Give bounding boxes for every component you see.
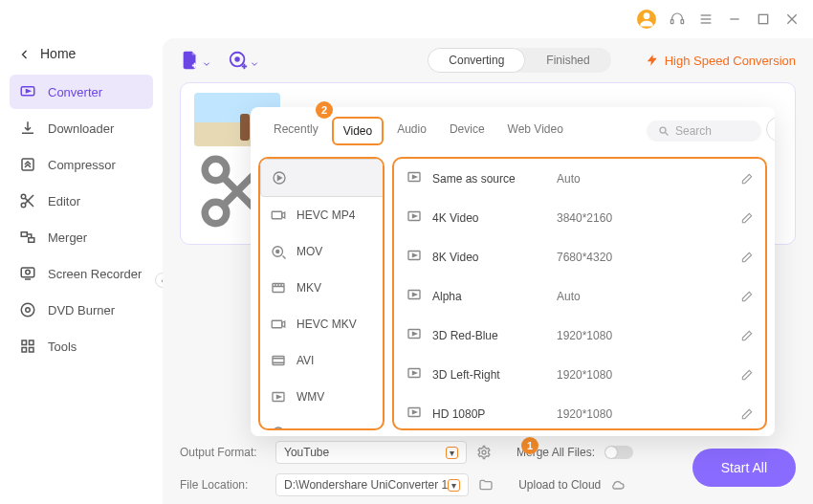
svg-line-40 <box>666 133 669 136</box>
minimize-icon[interactable] <box>727 11 742 27</box>
sidebar-item-compressor[interactable]: Compressor <box>10 147 153 182</box>
preset-icon <box>406 325 423 345</box>
convert-button[interactable]: nvert <box>766 117 775 142</box>
format-icon <box>270 207 287 224</box>
svg-point-38 <box>482 450 486 454</box>
svg-point-20 <box>26 270 31 274</box>
lightning-icon <box>646 54 659 67</box>
format-item-wmv[interactable]: WMV <box>260 379 383 415</box>
preset-item[interactable]: 4K Video3840*2160 <box>394 198 765 237</box>
preset-item[interactable]: 8K Video7680*4320 <box>394 237 765 276</box>
svg-rect-27 <box>30 348 34 353</box>
cloud-icon[interactable] <box>610 477 626 493</box>
preset-item[interactable]: Same as sourceAuto <box>394 159 765 198</box>
tab-finished[interactable]: Finished <box>525 48 610 73</box>
preset-item[interactable]: AlphaAuto <box>394 276 765 316</box>
support-icon[interactable] <box>670 11 685 27</box>
svg-point-0 <box>644 12 650 19</box>
edit-preset-icon[interactable] <box>740 368 754 382</box>
nav-icon <box>19 265 36 282</box>
output-format-select[interactable]: YouTube ▾ <box>275 441 467 464</box>
format-item-mp4[interactable]: MP4 <box>260 159 385 197</box>
svg-rect-25 <box>30 340 34 345</box>
svg-rect-7 <box>758 14 767 23</box>
sidebar-item-tools[interactable]: Tools <box>10 329 153 363</box>
svg-marker-57 <box>277 396 281 399</box>
add-dvd-button[interactable] <box>228 50 258 71</box>
preset-item[interactable]: HD 1080P1920*1080 <box>394 394 765 430</box>
svg-rect-17 <box>21 232 27 237</box>
nav-icon <box>19 83 36 100</box>
format-icon <box>270 279 287 296</box>
add-file-button[interactable] <box>180 50 210 71</box>
format-icon <box>270 316 287 333</box>
popup-tab-recently[interactable]: Recently <box>264 117 328 145</box>
sidebar-item-screen-recorder[interactable]: Screen Recorder <box>10 256 153 291</box>
popup-tab-web-video[interactable]: Web Video <box>498 117 573 145</box>
preset-item[interactable]: 3D Left-Right1920*1080 <box>394 355 765 394</box>
close-icon[interactable] <box>784 11 800 27</box>
format-item-avi[interactable]: AVI <box>260 342 383 379</box>
format-item-hevc-mp4[interactable]: HEVC MP4 <box>260 197 383 233</box>
svg-rect-19 <box>21 268 34 277</box>
format-icon <box>270 243 287 260</box>
svg-point-31 <box>235 57 239 61</box>
svg-marker-65 <box>413 254 417 257</box>
svg-point-35 <box>205 202 227 224</box>
open-folder-icon[interactable] <box>478 477 494 493</box>
chevron-down-icon <box>203 56 210 64</box>
format-list: MP4HEVC MP4MOVMKVHEVC MKVAVIWMVM4V <box>258 157 385 430</box>
popup-tab-video[interactable]: Video <box>332 117 384 145</box>
tab-converting[interactable]: Converting <box>428 48 525 73</box>
avatar[interactable] <box>637 10 656 29</box>
add-dvd-icon <box>228 50 249 71</box>
preset-item[interactable]: 3D Red-Blue1920*1080 <box>394 316 765 355</box>
svg-point-23 <box>26 308 31 313</box>
sidebar-item-dvd-burner[interactable]: DVD Burner <box>10 293 153 327</box>
edit-preset-icon[interactable] <box>740 407 754 421</box>
svg-point-14 <box>21 203 26 208</box>
nav-icon <box>19 338 36 355</box>
edit-preset-icon[interactable] <box>740 172 754 186</box>
menu-icon[interactable] <box>698 11 714 27</box>
preset-icon <box>406 247 423 267</box>
edit-preset-icon[interactable] <box>740 329 754 342</box>
sidebar-item-downloader[interactable]: Downloader <box>10 111 153 145</box>
edit-preset-icon[interactable] <box>740 290 754 303</box>
svg-marker-69 <box>413 333 417 336</box>
settings-icon[interactable] <box>476 445 492 460</box>
svg-rect-53 <box>273 357 284 365</box>
sidebar-item-editor[interactable]: Editor <box>10 184 153 218</box>
format-item-hevc-mkv[interactable]: HEVC MKV <box>260 306 383 342</box>
popup-tab-device[interactable]: Device <box>440 117 494 145</box>
sidebar-item-merger[interactable]: Merger <box>10 220 153 254</box>
chevron-down-icon <box>251 56 258 64</box>
edit-preset-icon[interactable] <box>740 211 754 225</box>
nav-icon <box>19 192 36 209</box>
format-item-mkv[interactable]: MKV <box>260 270 383 306</box>
format-item-m4v[interactable]: M4V <box>260 415 383 430</box>
back-label: Home <box>40 46 76 61</box>
high-speed-conversion[interactable]: High Speed Conversion <box>646 54 796 68</box>
file-location-select[interactable]: D:\Wondershare UniConverter 1 ▾ <box>275 473 469 496</box>
format-icon <box>271 169 288 186</box>
svg-rect-43 <box>272 211 282 219</box>
back-home[interactable]: Home <box>10 38 153 69</box>
svg-point-22 <box>21 303 34 317</box>
popup-tab-audio[interactable]: Audio <box>387 117 436 145</box>
nav-icon <box>19 120 36 137</box>
sidebar-item-converter[interactable]: Converter <box>10 75 153 109</box>
svg-line-46 <box>283 256 286 259</box>
maximize-icon[interactable] <box>756 11 771 27</box>
format-icon <box>270 425 287 430</box>
sidebar: Home ConverterDownloaderCompressorEditor… <box>0 38 163 504</box>
svg-marker-42 <box>278 176 282 181</box>
start-all-button[interactable]: Start All <box>692 449 796 487</box>
format-icon <box>270 388 287 405</box>
svg-point-58 <box>273 427 284 430</box>
edit-preset-icon[interactable] <box>740 251 754 264</box>
nav-icon <box>19 229 36 246</box>
merge-toggle[interactable] <box>604 446 633 459</box>
search-input[interactable]: Search <box>647 121 761 142</box>
format-item-mov[interactable]: MOV <box>260 233 383 270</box>
